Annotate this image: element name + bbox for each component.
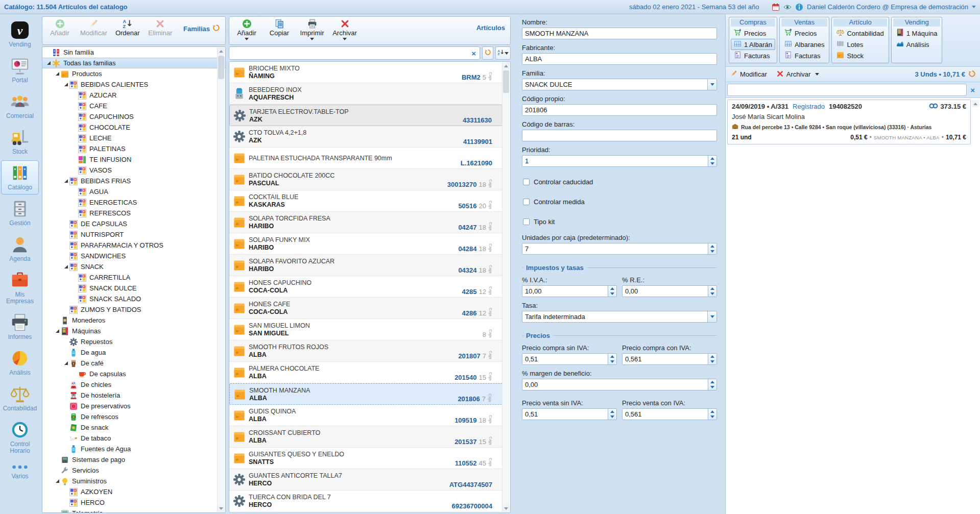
stepper-buttons[interactable]: [708, 156, 716, 166]
articles-add-button[interactable]: Añadir: [234, 19, 259, 40]
article-row[interactable]: COCKTAIL BLUEKASKARAS5051620Caja: [229, 190, 503, 212]
scroll-thumb[interactable]: [503, 70, 509, 93]
stepper-buttons[interactable]: [608, 354, 616, 364]
stepper-buttons[interactable]: [708, 286, 716, 297]
tree-item[interactable]: De agua: [42, 347, 225, 358]
article-row[interactable]: GUANTES ANTICORTE TALLA7HERCOATG44374507: [229, 469, 503, 491]
tree-item[interactable]: Telemetría: [42, 508, 225, 513]
tree-item[interactable]: Sin familia: [42, 47, 225, 58]
tree-item[interactable]: VASOS: [42, 165, 225, 176]
article-row[interactable]: BRIOCHE MIXTOÑAMINGBRM25Caja: [229, 62, 503, 83]
iva-stepper[interactable]: [522, 285, 617, 297]
stepper-buttons[interactable]: [708, 243, 716, 254]
sidebar-item-mis-empresas[interactable]: Mis Empresas: [1, 267, 39, 308]
article-row[interactable]: BATIDO CHOCOLATE 200CCPASCUAL3001327018C…: [229, 169, 503, 190]
families-add-button[interactable]: Añadir: [47, 19, 72, 37]
article-row[interactable]: HONES CAPUCHINOCOCA-COLA428512Caja: [229, 276, 503, 298]
tree-item[interactable]: PARAFARMACIA Y OTROS: [42, 240, 225, 251]
article-row[interactable]: SOLAPA FUNKY MIXHARIBO0428418Caja: [229, 233, 503, 255]
tree-expand-icon[interactable]: [54, 72, 61, 76]
article-row[interactable]: SOLAPA FAVORITO AZUCARHARIBO0432418Caja: [229, 255, 503, 276]
refresh-icon[interactable]: [212, 24, 220, 33]
tree-item[interactable]: Sistemas de pago: [42, 454, 225, 465]
sidebar-item-control-horario[interactable]: Control Horario: [1, 417, 39, 458]
tree-item[interactable]: Repuestos: [42, 336, 225, 347]
precio-compra-con-iva-stepper[interactable]: [622, 353, 717, 365]
tree-item[interactable]: CHOCOLATE: [42, 122, 225, 133]
sidebar-item-agenda[interactable]: Agenda: [1, 232, 39, 266]
tab-precios[interactable]: Precios: [731, 28, 775, 39]
tree-item[interactable]: LECHE: [42, 133, 225, 143]
controlar-caducidad-checkbox[interactable]: [523, 179, 530, 185]
controlar-medida-checkbox[interactable]: [523, 199, 530, 205]
precio-compra-sin-iva-stepper[interactable]: [522, 353, 617, 365]
tree-item[interactable]: De capsulas: [42, 369, 225, 379]
tree-item[interactable]: ENERGETICAS: [42, 197, 225, 208]
tab-stock[interactable]: Stock: [833, 50, 887, 61]
unidades-caja-stepper[interactable]: [522, 243, 717, 255]
stepper-buttons[interactable]: [708, 409, 716, 420]
nombre-field[interactable]: [522, 28, 717, 39]
article-row[interactable]: SMOOTH FRUTOS ROJOSALBA2018077Caja: [229, 340, 503, 362]
margen-beneficio-stepper[interactable]: [522, 379, 717, 390]
tree-item[interactable]: CARRETILLA: [42, 272, 225, 283]
stepper-buttons[interactable]: [608, 286, 616, 297]
tab-albaranes[interactable]: Albaranes: [781, 39, 828, 50]
precio-venta-sin-iva-stepper[interactable]: [522, 408, 617, 420]
tree-expand-icon[interactable]: [62, 361, 69, 365]
prioridad-stepper[interactable]: [522, 155, 717, 167]
codigo-barras-field[interactable]: [522, 130, 717, 141]
article-row[interactable]: SAN MIGUEL LIMONSAN MIGUEL8Caja: [229, 319, 503, 340]
tree-item[interactable]: De tabaco: [42, 433, 225, 444]
tree-item[interactable]: TE INFUSION: [42, 154, 225, 165]
article-row[interactable]: TARJETA ELECTROV.TABLE-TOPAZK43311630: [229, 105, 503, 126]
scroll-down-icon[interactable]: [218, 505, 225, 512]
tree-item[interactable]: AZUCAR: [42, 90, 225, 101]
tree-item[interactable]: DE CAPSULAS: [42, 218, 225, 229]
precio-venta-con-iva-stepper[interactable]: [622, 408, 717, 420]
fabricante-field[interactable]: [522, 53, 717, 65]
article-row[interactable]: SMOOTH MANZANAALBA2018067Caja: [229, 383, 503, 405]
tree-item[interactable]: SNACK SALADO: [42, 293, 225, 304]
tab-facturas[interactable]: Facturas: [731, 50, 775, 61]
tree-item[interactable]: De chicles: [42, 379, 225, 390]
tree-expand-icon[interactable]: [45, 61, 52, 65]
tree-item[interactable]: De refrescos: [42, 411, 225, 422]
scroll-up-icon[interactable]: [218, 47, 225, 55]
tree-item[interactable]: De preservativos: [42, 401, 225, 411]
chevron-down-icon[interactable]: [707, 79, 716, 90]
chevron-down-icon[interactable]: [707, 311, 716, 322]
article-row[interactable]: BEBEDERO INOXAQUAFRESCH: [229, 83, 503, 105]
sidebar-item-gestion[interactable]: Gestión: [1, 196, 39, 230]
tree-item[interactable]: SANDWICHES: [42, 251, 225, 261]
articles-archive-button[interactable]: Archivar: [332, 19, 357, 40]
articles-print-button[interactable]: Imprimir: [300, 19, 324, 40]
tree-expand-icon[interactable]: [62, 83, 69, 86]
tree-item[interactable]: Máquinas: [42, 326, 225, 336]
codigo-propio-field[interactable]: [522, 104, 717, 116]
sidebar-item-varios[interactable]: Varios: [1, 459, 39, 483]
tab-1-albar-n[interactable]: 1 Albarán: [731, 39, 775, 50]
article-row[interactable]: HONES CAFECOCA-COLA428612Caja: [229, 298, 503, 319]
tab-facturas[interactable]: Facturas: [781, 50, 828, 61]
sidebar-item-catalogo[interactable]: Catálogo: [1, 160, 39, 194]
tree-item[interactable]: AZKOYEN: [42, 486, 225, 497]
stepper-buttons[interactable]: [708, 379, 716, 390]
sidebar-item-analisis[interactable]: Análisis: [1, 346, 39, 380]
tree-item[interactable]: REFRESCOS: [42, 208, 225, 218]
tree-item[interactable]: SNACK DULCE: [42, 283, 225, 293]
tree-item[interactable]: ZUMOS Y BATIDOS: [42, 304, 225, 315]
article-row[interactable]: SOLAPA TORCFIDA FRESAHARIBO0424718Caja: [229, 212, 503, 233]
article-row[interactable]: PALETINA ESTUCHADA TRANSPARANTE 90mmL.16…: [229, 148, 503, 169]
tree-item[interactable]: Productos: [42, 68, 225, 79]
albaran-modify-button[interactable]: Modificar: [730, 70, 767, 79]
user-menu[interactable]: Daniel Calderón Cordero @ Empresa de dem…: [807, 3, 968, 11]
article-row[interactable]: CROISSANT CUBIERTOALBA20153715Caja: [229, 426, 503, 448]
sidebar-item-stock[interactable]: Stock: [1, 125, 39, 159]
tree-item[interactable]: Fuentes de Agua: [42, 444, 225, 454]
sidebar-item-portal[interactable]: Portal: [1, 53, 39, 87]
tree-item[interactable]: HERCO: [42, 497, 225, 508]
tree-item[interactable]: Servicios: [42, 465, 225, 476]
article-row[interactable]: GUISANTES QUESO Y ENELDOSNATTS11055245Ca…: [229, 448, 503, 469]
families-modify-button[interactable]: Modificar: [80, 19, 107, 37]
